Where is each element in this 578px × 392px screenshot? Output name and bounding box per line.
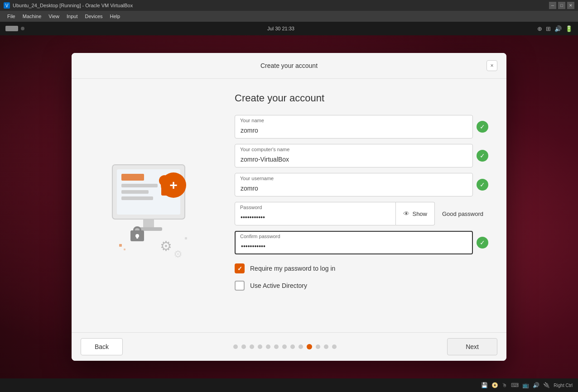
svg-text:⚙: ⚙ xyxy=(160,239,172,253)
modal-illustration: + ⚙ ⚙ xyxy=(72,79,226,332)
svg-rect-15 xyxy=(136,236,138,239)
computer-name-input[interactable] xyxy=(235,144,473,167)
status-icon-3: 🖱 xyxy=(502,382,507,388)
menu-view[interactable]: View xyxy=(45,13,63,20)
confirm-password-check-icon: ✓ xyxy=(477,237,488,249)
vm-datetime: Jul 30 21:33 xyxy=(24,26,537,31)
modal-close-button[interactable]: × xyxy=(486,60,497,71)
computer-name-field-wrapper: Your computer's name xyxy=(235,144,473,167)
active-directory-checkbox[interactable] xyxy=(235,281,245,291)
status-icon-4: ⌨ xyxy=(511,382,519,388)
pagination-dot-2 xyxy=(250,344,254,349)
modal-body: + ⚙ ⚙ Create your account Your name xyxy=(72,79,506,332)
vm-status-dot xyxy=(21,27,24,30)
active-directory-label: Use Active Directory xyxy=(250,282,307,289)
pagination-dot-4 xyxy=(266,344,270,349)
pagination-dot-1 xyxy=(241,344,246,349)
eye-icon: 👁 xyxy=(403,210,409,217)
svg-rect-10 xyxy=(143,219,154,228)
password-field-wrapper: Password 👁 Show xyxy=(235,202,435,225)
menu-file[interactable]: File xyxy=(4,13,19,20)
pagination-dot-11 xyxy=(324,344,328,349)
menu-help[interactable]: Help xyxy=(106,13,124,20)
svg-rect-4 xyxy=(121,174,144,181)
pagination-dot-0 xyxy=(233,344,238,349)
titlebar-title: Ubuntu_24_Desktop [Running] - Oracle VM … xyxy=(13,3,549,8)
svg-rect-6 xyxy=(121,190,149,194)
minimize-button[interactable]: ─ xyxy=(549,2,556,9)
menu-devices[interactable]: Devices xyxy=(81,13,106,20)
vm-power-indicator xyxy=(5,26,18,31)
checkbox-check: ✓ xyxy=(237,265,242,272)
confirm-password-input[interactable] xyxy=(235,231,473,254)
active-directory-row: Use Active Directory xyxy=(235,281,488,291)
vbox-menubar: File Machine View Input Devices Help xyxy=(0,11,578,22)
modal-header: Create your account × xyxy=(72,53,506,79)
svg-rect-5 xyxy=(121,184,158,187)
svg-rect-22 xyxy=(185,237,187,239)
username-input[interactable] xyxy=(235,173,473,196)
svg-text:V: V xyxy=(5,3,9,8)
status-icon-2: 📀 xyxy=(491,382,498,388)
titlebar-buttons: ─ □ ✕ xyxy=(549,2,574,9)
close-button[interactable]: ✕ xyxy=(567,2,574,9)
your-name-input[interactable] xyxy=(235,115,473,139)
vm-topbar: Jul 30 21:33 ⊕ ⊞ 🔊 🔋 xyxy=(0,22,578,35)
create-account-modal: Create your account × xyxy=(72,53,506,361)
pagination-dot-5 xyxy=(274,344,279,349)
vm-icon-4: 🔋 xyxy=(565,25,573,32)
password-input[interactable] xyxy=(235,202,396,225)
svg-text:⚙: ⚙ xyxy=(173,249,183,260)
require-password-row: ✓ Require my password to log in xyxy=(235,263,488,273)
password-row: Password 👁 Show Good password xyxy=(235,202,488,225)
pagination-dot-7 xyxy=(290,344,295,349)
vm-icon-2: ⊞ xyxy=(546,25,551,32)
vbox-icon: V xyxy=(4,2,10,9)
username-field-wrapper: Your username xyxy=(235,173,473,196)
confirm-password-field-wrapper: Confirm password xyxy=(235,231,473,254)
svg-rect-20 xyxy=(119,244,122,247)
vbox-statusbar: 💾 📀 🖱 ⌨ 📺 🔊 🔌 Right Ctrl xyxy=(0,378,578,392)
password-strength: Good password xyxy=(438,210,488,217)
pagination-dots xyxy=(233,344,337,349)
username-check-icon: ✓ xyxy=(477,179,488,191)
right-ctrl-label: Right Ctrl xyxy=(554,383,573,388)
your-name-row: Your name ✓ xyxy=(235,115,488,139)
status-icon-1: 💾 xyxy=(481,382,488,388)
confirm-password-row: Confirm password ✓ xyxy=(235,231,488,254)
status-icon-7: 🔌 xyxy=(543,382,550,388)
svg-rect-7 xyxy=(121,196,153,200)
pagination-dot-6 xyxy=(282,344,287,349)
computer-name-check-icon: ✓ xyxy=(477,150,488,162)
require-password-checkbox[interactable]: ✓ xyxy=(235,263,245,273)
modal-footer: Back Next xyxy=(72,332,506,361)
your-name-check-icon: ✓ xyxy=(477,121,488,133)
vm-viewport: Create your account × xyxy=(0,35,578,378)
require-password-label: Require my password to log in xyxy=(250,265,335,272)
vbox-titlebar: V Ubuntu_24_Desktop [Running] - Oracle V… xyxy=(0,0,578,11)
vm-icon-3: 🔊 xyxy=(554,25,562,32)
modal-header-title: Create your account xyxy=(92,62,486,69)
next-button[interactable]: Next xyxy=(447,338,497,355)
pagination-dot-10 xyxy=(316,344,320,349)
maximize-button[interactable]: □ xyxy=(558,2,565,9)
svg-rect-21 xyxy=(124,249,125,250)
computer-name-row: Your computer's name ✓ xyxy=(235,144,488,167)
account-illustration: + ⚙ ⚙ xyxy=(94,147,203,264)
form-heading: Create your account xyxy=(235,92,488,104)
pagination-dot-8 xyxy=(299,344,303,349)
pagination-dot-3 xyxy=(258,344,262,349)
pagination-dot-9 xyxy=(307,344,312,349)
pagination-dot-12 xyxy=(332,344,337,349)
modal-form-content: Create your account Your name ✓ Your com… xyxy=(226,79,506,332)
show-password-button[interactable]: 👁 Show xyxy=(396,202,435,225)
username-row: Your username ✓ xyxy=(235,173,488,196)
menu-input[interactable]: Input xyxy=(63,13,81,20)
status-icon-5: 📺 xyxy=(522,382,529,388)
back-button[interactable]: Back xyxy=(81,338,123,355)
menu-machine[interactable]: Machine xyxy=(19,13,45,20)
status-icon-6: 🔊 xyxy=(533,382,539,388)
password-input-area: Password xyxy=(235,202,396,225)
vm-icon-1: ⊕ xyxy=(537,25,542,32)
svg-text:+: + xyxy=(169,177,178,192)
